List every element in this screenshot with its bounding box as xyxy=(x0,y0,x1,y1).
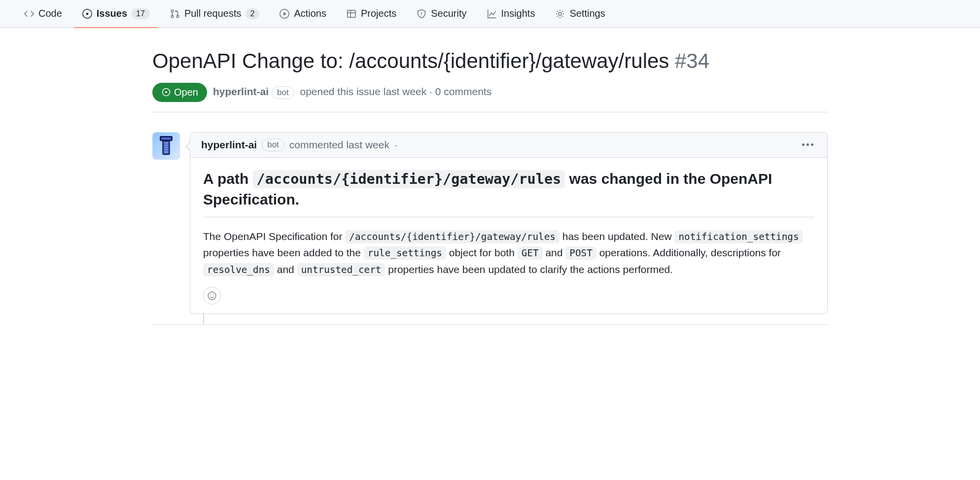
issue-open-icon xyxy=(161,87,171,97)
svg-point-1 xyxy=(86,12,89,15)
issue-title: OpenAPI Change to: /accounts/{identifier… xyxy=(152,48,828,75)
tab-label: Actions xyxy=(294,8,326,19)
state-badge-open: Open xyxy=(152,83,207,102)
tab-label: Issues xyxy=(97,8,127,19)
svg-point-24 xyxy=(210,295,211,296)
issue-number: #34 xyxy=(675,49,709,72)
divider xyxy=(152,324,828,325)
add-reaction-button[interactable] xyxy=(203,287,221,305)
tab-projects[interactable]: Projects xyxy=(338,0,404,28)
comment-timestamp: commented last week xyxy=(289,139,389,151)
svg-point-3 xyxy=(171,15,174,18)
path-code: /accounts/{identifier}/gateway/rules xyxy=(253,170,565,188)
bot-badge: bot xyxy=(262,138,284,151)
tab-issues[interactable]: Issues 17 xyxy=(74,0,158,28)
comment-box: hyperlint-ai bot commented last week · A… xyxy=(190,132,828,314)
comment-author-link[interactable]: hyperlint-ai xyxy=(201,139,257,151)
shield-icon xyxy=(416,8,427,19)
tab-security[interactable]: Security xyxy=(408,0,474,28)
tab-label: Settings xyxy=(569,8,605,19)
separator-dot: · xyxy=(394,139,397,151)
svg-point-11 xyxy=(421,15,422,15)
tab-label: Insights xyxy=(501,8,535,19)
tab-actions[interactable]: Actions xyxy=(271,0,334,28)
play-circle-icon xyxy=(279,8,290,19)
issue-header: OpenAPI Change to: /accounts/{identifier… xyxy=(152,28,828,112)
tab-settings[interactable]: Settings xyxy=(547,0,613,28)
svg-marker-6 xyxy=(284,12,287,15)
tab-label: Security xyxy=(431,8,466,19)
issue-author-link[interactable]: hyperlint-ai xyxy=(213,86,269,97)
svg-rect-18 xyxy=(164,142,169,153)
smiley-icon xyxy=(207,291,217,301)
timeline: hyperlint-ai bot commented last week · A… xyxy=(152,112,828,314)
graph-icon xyxy=(487,8,497,19)
issue-title-text: OpenAPI Change to: /accounts/{identifier… xyxy=(152,49,669,72)
comment-paragraph: The OpenAPI Specification for /accounts/… xyxy=(203,228,814,278)
svg-point-25 xyxy=(213,295,214,296)
reaction-row xyxy=(203,287,814,305)
comment-body: A path /accounts/{identifier}/gateway/ru… xyxy=(190,158,827,314)
svg-rect-16 xyxy=(161,137,171,139)
comment-header: hyperlint-ai bot commented last week · xyxy=(190,133,827,158)
pulls-count-badge: 2 xyxy=(245,8,260,19)
tab-label: Code xyxy=(38,8,62,19)
issue-meta-text: opened this issue last week · 0 comments xyxy=(300,86,491,97)
repo-tab-nav: Code Issues 17 Pull requests 2 Actions P… xyxy=(0,0,980,28)
bot-badge: bot xyxy=(272,86,294,99)
svg-point-14 xyxy=(165,91,167,93)
tab-pull-requests[interactable]: Pull requests 2 xyxy=(162,0,268,28)
svg-point-4 xyxy=(176,15,179,18)
svg-point-23 xyxy=(208,292,216,300)
comment-heading: A path /accounts/{identifier}/gateway/ru… xyxy=(203,169,814,217)
tab-code[interactable]: Code xyxy=(16,0,70,28)
gear-icon xyxy=(555,8,565,19)
tab-insights[interactable]: Insights xyxy=(479,0,543,28)
table-icon xyxy=(346,8,357,19)
timeline-connector xyxy=(203,313,204,324)
bot-avatar-icon xyxy=(157,136,175,156)
svg-point-2 xyxy=(171,10,174,12)
issue-meta-row: Open hyperlint-ai bot opened this issue … xyxy=(152,83,828,102)
svg-rect-7 xyxy=(348,10,356,17)
issue-open-icon xyxy=(82,8,93,19)
tab-label: Projects xyxy=(361,8,396,19)
svg-point-12 xyxy=(559,12,562,15)
comment-actions-menu[interactable] xyxy=(799,140,816,149)
pull-request-icon xyxy=(170,8,180,19)
code-icon xyxy=(24,8,35,19)
state-label: Open xyxy=(174,87,198,98)
issues-count-badge: 17 xyxy=(131,8,150,19)
tab-label: Pull requests xyxy=(184,8,242,19)
avatar[interactable] xyxy=(152,132,180,160)
